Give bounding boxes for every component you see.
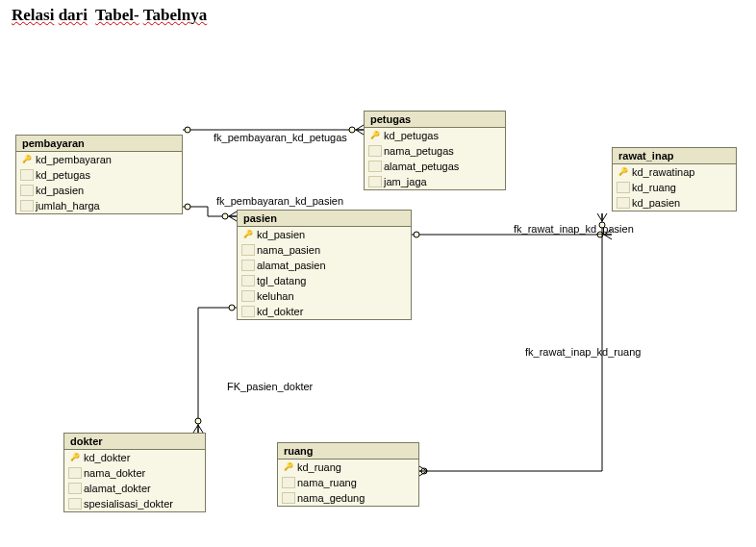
table-header: pasien	[238, 211, 411, 227]
column-name: nama_ruang	[297, 476, 357, 489]
table-row: 🔑kd_dokter	[64, 450, 205, 465]
fk-label-pembayaran-petugas: fk_pembayaran_kd_petugas	[214, 132, 347, 143]
fk-label-pasien-dokter: FK_pasien_dokter	[227, 381, 313, 392]
table-row: spesialisasi_dokter	[64, 496, 205, 511]
column-name: kd_pasien	[36, 184, 84, 197]
erd-canvas: pembayaran 🔑kd_pembayaran kd_petugas kd_…	[0, 38, 756, 547]
table-row: keluhan	[238, 288, 411, 304]
key-icon: 🔑	[368, 130, 382, 141]
column-name: nama_pasien	[257, 243, 320, 257]
column-name: jumlah_harga	[36, 199, 100, 212]
column-name: kd_dokter	[257, 305, 303, 318]
table-pembayaran[interactable]: pembayaran 🔑kd_pembayaran kd_petugas kd_…	[15, 135, 183, 214]
column-name: jam_jaga	[384, 175, 427, 188]
title-word-dari: dari	[59, 6, 88, 24]
table-row: nama_pasien	[238, 242, 411, 258]
table-petugas[interactable]: petugas 🔑kd_petugas nama_petugas alamat_…	[364, 111, 506, 190]
column-name: nama_petugas	[384, 144, 454, 158]
table-row: kd_dokter	[238, 304, 411, 319]
fk-label-pembayaran-pasien: fk_pembayaran_kd_pasien	[216, 195, 343, 207]
column-name: kd_ruang	[632, 181, 676, 194]
table-header: dokter	[64, 434, 205, 450]
table-row: 🔑kd_petugas	[365, 128, 505, 143]
svg-point-7	[229, 305, 235, 311]
column-icon	[282, 492, 295, 504]
table-row: alamat_petugas	[365, 159, 505, 174]
column-icon	[241, 290, 255, 302]
key-icon: 🔑	[282, 461, 295, 473]
column-name: nama_gedung	[297, 491, 365, 505]
column-icon	[68, 498, 82, 510]
svg-point-1	[185, 127, 190, 133]
table-row: 🔑kd_rawatinap	[613, 164, 736, 180]
page-title: Relasi dari Tabel- Tabelnya	[12, 6, 207, 25]
svg-point-2	[349, 127, 355, 133]
column-icon	[368, 161, 382, 172]
svg-point-10	[421, 468, 427, 474]
column-name: kd_ruang	[297, 460, 341, 474]
key-icon: 🔑	[617, 166, 630, 178]
table-row: alamat_pasien	[238, 258, 411, 273]
key-icon: 🔑	[241, 229, 255, 240]
svg-point-3	[185, 204, 190, 210]
table-title: ruang	[284, 445, 314, 457]
table-row: kd_ruang	[613, 180, 736, 195]
table-header: ruang	[278, 443, 418, 460]
table-title: dokter	[70, 435, 103, 447]
table-header: rawat_inap	[613, 148, 736, 164]
column-icon	[241, 244, 255, 256]
table-row: 🔑kd_ruang	[278, 460, 418, 475]
column-icon	[368, 176, 382, 187]
table-row: nama_gedung	[278, 490, 418, 506]
table-row: kd_pasien	[16, 183, 182, 198]
table-pasien[interactable]: pasien 🔑kd_pasien nama_pasien alamat_pas…	[237, 210, 412, 320]
table-ruang[interactable]: ruang 🔑kd_ruang nama_ruang nama_gedung	[277, 442, 419, 507]
table-row: kd_pasien	[613, 195, 736, 211]
key-icon: 🔑	[20, 154, 34, 165]
column-icon	[241, 275, 255, 286]
table-title: pasien	[243, 212, 277, 224]
column-name: alamat_dokter	[84, 482, 151, 495]
column-name: kd_pasien	[257, 228, 305, 241]
svg-point-5	[414, 232, 419, 237]
table-row: 🔑kd_pembayaran	[16, 152, 182, 167]
column-name: alamat_pasien	[257, 259, 326, 272]
column-icon	[241, 260, 255, 271]
table-rawat-inap[interactable]: rawat_inap 🔑kd_rawatinap kd_ruang kd_pas…	[612, 147, 737, 211]
column-icon	[617, 182, 630, 193]
svg-point-4	[222, 213, 228, 219]
table-title: pembayaran	[22, 137, 85, 149]
column-icon	[368, 145, 382, 157]
table-title: petugas	[370, 113, 411, 125]
column-name: kd_pembayaran	[36, 153, 112, 166]
fk-label-rawat-inap-pasien: fk_rawat_inap_kd_pasien	[514, 223, 634, 235]
table-dokter[interactable]: dokter 🔑kd_dokter nama_dokter alamat_dok…	[63, 433, 206, 512]
column-icon	[241, 306, 255, 317]
fk-label-rawat-inap-ruang: fk_rawat_inap_kd_ruang	[525, 346, 641, 358]
table-header: pembayaran	[16, 136, 182, 152]
table-row: nama_dokter	[64, 465, 205, 481]
column-name: nama_dokter	[84, 466, 145, 480]
column-name: kd_petugas	[384, 129, 439, 142]
table-row: kd_petugas	[16, 167, 182, 183]
column-name: kd_dokter	[84, 451, 130, 464]
column-name: kd_rawatinap	[632, 165, 694, 179]
column-icon	[68, 467, 82, 479]
column-icon	[20, 185, 34, 196]
column-icon	[617, 197, 630, 209]
column-icon	[20, 169, 34, 181]
column-name: alamat_petugas	[384, 160, 459, 173]
table-row: jam_jaga	[365, 174, 505, 189]
svg-point-8	[195, 418, 201, 424]
column-icon	[282, 477, 295, 488]
column-icon	[68, 483, 82, 494]
table-row: alamat_dokter	[64, 481, 205, 496]
table-header: petugas	[365, 112, 505, 128]
table-row: 🔑kd_pasien	[238, 227, 411, 242]
column-name: tgl_datang	[257, 274, 306, 287]
column-name: spesialisasi_dokter	[84, 497, 173, 510]
table-row: tgl_datang	[238, 273, 411, 288]
table-row: nama_ruang	[278, 475, 418, 490]
title-word-relasi: Relasi	[12, 6, 54, 24]
column-icon	[20, 200, 34, 211]
